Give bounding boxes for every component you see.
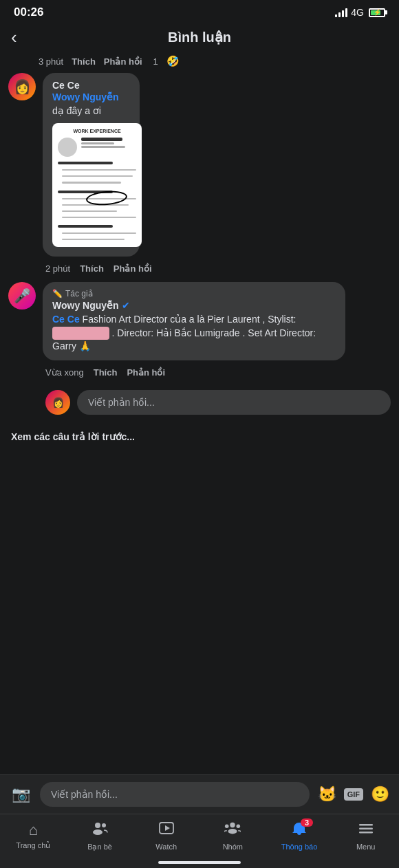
svg-point-1 (93, 829, 103, 835)
bubble-wowy: ✏️ Tác giả Wowy Nguyễn ✔ Ce Ce Fashion A… (43, 282, 345, 360)
sticker-button[interactable]: 🐱 (316, 783, 338, 805)
page-title: Bình luận (168, 29, 231, 45)
reply-cece[interactable]: Phản hồi (114, 263, 152, 274)
nav-label-watch: Watch (155, 843, 177, 851)
nav-label-home: Trang chủ (16, 841, 50, 850)
comment-actions-wowy: Vừa xong Thích Phản hồi (8, 365, 391, 380)
nav-label-menu: Menu (356, 843, 376, 851)
camera-button[interactable]: 📷 (8, 782, 33, 807)
nav-item-notifications[interactable]: 3 Thông báo (266, 818, 333, 854)
like-cece[interactable]: Thích (80, 263, 104, 274)
reply-input-row: 👩 Viết phản hồi... (8, 386, 391, 419)
notifications-icon: 3 (291, 821, 308, 840)
pencil-icon: ✏️ (52, 289, 63, 299)
notification-badge: 3 (301, 818, 313, 827)
wowy-text-part1: Fashion Art Director của a là Pier Laure… (83, 314, 296, 325)
watch-icon (158, 821, 175, 840)
time-ago-top: 3 phút (39, 56, 63, 67)
avatar-wowy: 🎤 (8, 282, 36, 310)
mention-wowy[interactable]: Ce Ce (52, 314, 80, 325)
see-previous-button[interactable]: Xem các câu trả lời trước... (8, 426, 391, 448)
avatar-current-user: 👩 (45, 390, 70, 415)
svg-point-8 (237, 825, 241, 829)
groups-icon (224, 821, 241, 840)
mention-cece[interactable]: Wowy Nguyễn (52, 91, 119, 102)
back-button[interactable]: ‹ (11, 27, 17, 48)
svg-point-0 (95, 823, 100, 828)
network-label: 4G (351, 7, 364, 18)
svg-rect-11 (359, 832, 373, 834)
username-cece: Ce Ce (52, 80, 130, 91)
status-icons: 4G ⚡ (335, 7, 385, 18)
bottom-nav: ⌂ Trang chủ Bạn bè Watch (0, 814, 399, 860)
nav-item-watch[interactable]: Watch (133, 818, 200, 854)
comment-cece: 👩 Ce Ce Wowy Nguyễn dạ đây a ơi WORK EXP… (8, 73, 391, 257)
svg-point-7 (225, 825, 229, 829)
svg-point-5 (230, 823, 235, 827)
home-indicator (158, 861, 241, 864)
reaction-count-top: 1 (153, 56, 158, 67)
signal-icon (335, 8, 347, 17)
comment-top-meta: 3 phút Thích Phản hồi 1 🤣 (8, 52, 391, 73)
comment-wowy: 🎤 ✏️ Tác giả Wowy Nguyễn ✔ Ce Ce Fashion… (8, 282, 391, 360)
author-tag-wowy: ✏️ Tác giả (52, 289, 336, 299)
status-bar: 00:26 4G ⚡ (0, 0, 399, 22)
comment-actions-cece: 2 phút Thích Phản hồi (8, 261, 391, 276)
author-label-wowy: Tác giả (65, 289, 93, 299)
friends-icon (91, 821, 108, 840)
time-ago-wowy: Vừa xong (45, 367, 84, 378)
text-cece: Wowy Nguyễn dạ đây a ơi (52, 91, 130, 118)
menu-icon (358, 821, 374, 840)
emoji-button[interactable]: 🙂 (369, 783, 391, 805)
text-wowy: Ce Ce Fashion Art Director của a là Pier… (52, 313, 336, 354)
username-wowy: Wowy Nguyễn (52, 300, 119, 311)
nav-item-home[interactable]: ⌂ Trang chủ (0, 818, 67, 854)
nav-item-groups[interactable]: Nhóm (200, 818, 266, 854)
avatar-cece: 👩 (8, 73, 36, 100)
bubble-cece: Ce Ce Wowy Nguyễn dạ đây a ơi WORK EXPER… (43, 73, 140, 257)
nav-label-friends: Bạn bè (87, 843, 112, 851)
battery-icon: ⚡ (369, 8, 385, 17)
svg-marker-4 (165, 825, 170, 831)
reply-action-top[interactable]: Phản hồi (104, 56, 142, 67)
verified-badge-wowy: ✔ (122, 300, 130, 311)
like-action-top[interactable]: Thích (72, 56, 96, 67)
like-wowy[interactable]: Thích (94, 367, 118, 378)
status-time: 00:26 (14, 6, 43, 19)
bottom-reply-input[interactable]: Viết phản hồi... (40, 782, 310, 807)
reaction-emoji-top: 🤣 (166, 55, 180, 67)
svg-rect-10 (359, 828, 373, 830)
reply-wowy[interactable]: Phản hồi (127, 367, 165, 378)
nav-label-groups: Nhóm (223, 843, 243, 851)
cv-image: WORK EXPERIENCE (52, 123, 142, 247)
text-cece-body: dạ đây a ơi (52, 105, 101, 116)
svg-rect-9 (359, 824, 373, 826)
header: ‹ Bình luận (0, 22, 399, 52)
nav-label-notifications: Thông báo (281, 843, 318, 851)
gif-button[interactable]: GIF (344, 788, 363, 801)
comments-content: 3 phút Thích Phản hồi 1 🤣 👩 Ce Ce Wowy N… (0, 52, 399, 774)
home-icon: ⌂ (29, 821, 38, 839)
time-ago-cece: 2 phút (45, 263, 70, 274)
reply-input-box[interactable]: Viết phản hồi... (77, 390, 391, 415)
nav-item-menu[interactable]: Menu (332, 818, 399, 854)
nav-item-friends[interactable]: Bạn bè (67, 818, 133, 854)
bottom-input-bar: 📷 Viết phản hồi... 🐱 GIF 🙂 (0, 774, 399, 814)
bottom-icons: 🐱 GIF 🙂 (316, 783, 391, 805)
svg-point-2 (102, 823, 106, 827)
blurred-name (52, 327, 109, 340)
svg-point-6 (228, 829, 237, 834)
